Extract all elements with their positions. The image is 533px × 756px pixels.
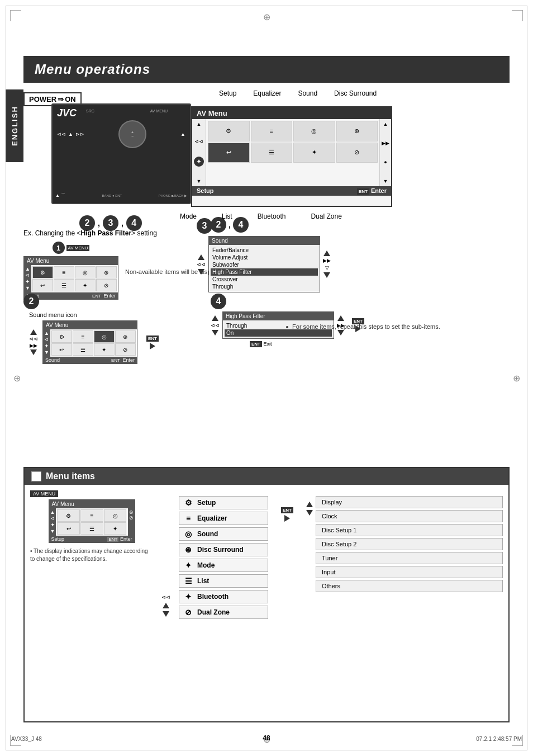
av-menu-screen-title: AV Menu <box>192 107 391 119</box>
step2-ent-arrow: ENT <box>146 336 159 349</box>
power-on-label: ON <box>65 95 76 103</box>
screen-bottom: Setup ENT Enter <box>192 186 391 196</box>
s3-nav-right: ▶▶ ▽ <box>323 251 331 278</box>
sub-others: Others <box>316 580 503 592</box>
jvc-logo: JVC <box>57 107 77 119</box>
s2-num: 2 <box>23 294 39 309</box>
av-menu-grid: ▲ ⊲⊲ ✦ ▼ ⚙ ≡ ◎ ⊛ ↩ ☰ ✦ ⊘ ▲ <box>192 119 391 186</box>
sound-panel: Sound Fader/Balance Volume Adjust Subwoo… <box>208 236 320 292</box>
av-menu-screen: AV Menu ▲ ⊲⊲ ✦ ▼ ⚙ ≡ ◎ ⊛ ↩ ☰ ✦ <box>191 106 392 207</box>
tab-setup: Setup <box>219 89 236 97</box>
step3-circle: 3 <box>103 215 118 231</box>
rotary-knob[interactable]: +− <box>118 120 146 148</box>
nav-left: ▲ ⊲⊲ ✦ ▼ <box>192 119 206 186</box>
sound-item-fader: Fader/Balance <box>211 247 318 254</box>
menu-items-section: Menu items AV MENU AV Menu ▲⊲✦▼ ⚙ ≡ <box>23 467 510 722</box>
menu-labels-row: Setup Equalizer Sound Disc Surround <box>219 89 510 97</box>
power-label: POWER <box>29 95 56 103</box>
repeat-note: For some items, repeat this steps to set… <box>286 323 440 330</box>
s4-nav-left: ⊲⊲ <box>211 315 220 336</box>
tab-sound: Sound <box>298 89 317 97</box>
english-tab: ENGLISH <box>6 89 23 162</box>
step2-screen: AV Menu ▲⊲✦▼ ⚙ ≡ ◎ ⊛ ↩ ☰ ✦ ⊘ <box>42 320 137 364</box>
sound-item-sub: Subwoofer <box>211 261 318 268</box>
sub-tuner: Tuner <box>316 552 503 564</box>
step3-block: 3 ⊲⊲ Sound Fader/Balance Volume Adju <box>197 218 331 292</box>
tab-equalizer: Equalizer <box>253 89 281 97</box>
steps-row: 1 AV MENU AV Menu ▲⊲✦▼ ⚙ ≡ ◎ ⊛ <box>23 242 266 300</box>
tab-disc-surround: Disc Surround <box>334 89 377 97</box>
sound-item-through: Through <box>211 283 318 290</box>
mi-av-screen: AV Menu ▲⊲✦▼ ⚙ ≡ ◎ ↩ ☰ ✦ ⊛⊘ <box>49 499 135 543</box>
av-menu-btn[interactable]: AV MENU <box>150 109 168 113</box>
screen-setup-label: Setup <box>197 187 214 195</box>
step2-display: ⊲⊲ ▶▶ AV Menu ▲⊲✦▼ ⚙ ≡ ◎ ⊛ ↩ <box>29 320 163 364</box>
sub-disc-setup1: Disc Setup 1 <box>316 524 503 536</box>
src-label: SRC <box>86 109 94 113</box>
s3-nav-left: ⊲⊲ <box>197 254 206 275</box>
page-title: Menu operations <box>35 62 150 77</box>
sound-panel-title: Sound <box>209 237 320 245</box>
ent-label: ENT <box>357 188 369 195</box>
mi-list: ☰ List <box>179 574 268 588</box>
mi-sound: ◎ Sound <box>179 527 268 541</box>
corner-mark-tl <box>10 10 21 21</box>
menu-items-header: Menu items <box>25 468 508 485</box>
mi-right-inner: Display Clock Disc Setup 1 Disc Setup 2 … <box>306 496 503 594</box>
nav-right: ▲ ▶▶ ● ▼ <box>379 119 391 186</box>
corner-mark-tr <box>512 10 523 21</box>
mi-nav-arrows: ⊲⊲ <box>161 502 170 709</box>
label-mode: Mode <box>180 212 197 220</box>
sub-input: Input <box>316 566 503 578</box>
sound-item-hpf: High Pass Filter <box>211 268 318 276</box>
power-arrow: ⇒ <box>58 95 64 103</box>
sound-menu-icon-label: Sound menu icon <box>29 311 163 318</box>
main-content: POWER ⇒ ON 1 Setup Equalizer Sound Disc … <box>23 87 510 722</box>
sub-items-list: Display Clock Disc Setup 1 Disc Setup 2 … <box>316 496 503 594</box>
example-section: Ex. Changing the <High Pass Filter> sett… <box>23 229 266 300</box>
reg-mark-top: ⊕ <box>261 11 272 22</box>
mi-right-nav <box>306 502 313 516</box>
step-nums-row: 2 , 3 , 4 <box>79 215 142 231</box>
ent-exit-label: ENT Exit <box>250 341 369 347</box>
sound-menu-items: Fader/Balance Volume Adjust Subwoofer Hi… <box>209 245 320 292</box>
page-number: 48 <box>263 734 270 742</box>
icon-grid: ⚙ ≡ ◎ ⊛ ↩ ☰ ✦ ⊘ <box>206 119 379 186</box>
jvc-unit: JVC SRC AV MENU ⊲⊲ ▲ ⊳⊳ +− ▲ ▲ ⌒ BAND ● … <box>51 103 191 204</box>
bottom-controls: ▲ ⌒ BAND ● ENT PHONE ■/BACK ▶ <box>55 192 187 199</box>
sub-clock: Clock <box>316 510 503 522</box>
controls-row: ⊲⊲ ▲ ⊳⊳ +− ▲ <box>57 120 185 148</box>
step1-block: 1 AV MENU AV Menu ▲⊲✦▼ ⚙ ≡ ◎ ⊛ <box>23 242 118 300</box>
sound-item-volume: Volume Adjust <box>211 254 318 261</box>
step2-circle: 2 <box>79 215 95 231</box>
mi-equalizer: ≡ Equalizer <box>179 512 268 525</box>
mi-center-col: ⚙ Setup ≡ Equalizer ◎ Sound ⊛ Disc Surro… <box>179 496 268 709</box>
hpf-on: On <box>225 329 332 337</box>
mi-left-col: AV MENU AV Menu ▲⊲✦▼ ⚙ ≡ ◎ ↩ ☰ <box>30 490 153 709</box>
mi-mode: ✦ Mode <box>179 559 268 572</box>
mi-dual-zone: ⊘ Dual Zone <box>179 606 268 619</box>
footer-right: 07.2.1 2:48:57 PM <box>476 736 522 742</box>
sub-disc-setup2: Disc Setup 2 <box>316 538 503 550</box>
s2-nav: ⊲⊲ ▶▶ <box>29 329 38 355</box>
reg-mark-left: ⊕ <box>11 372 22 384</box>
menu-items-title: Menu items <box>46 471 95 481</box>
sound-item-crossover: Crossover <box>211 276 318 283</box>
mi-ent-arrow: ENT <box>281 507 293 709</box>
mi-bluetooth: ✦ Bluetooth <box>179 590 268 603</box>
s1-num: 1 <box>53 242 65 254</box>
menu-items-body: AV MENU AV Menu ▲⊲✦▼ ⚙ ≡ ◎ ↩ ☰ <box>25 485 508 715</box>
av-menu-button[interactable]: AV MENU <box>30 490 58 497</box>
av-menu-btn-label: AV MENU <box>66 245 90 251</box>
title-banner: Menu operations <box>23 56 510 83</box>
mi-disc-surround: ⊛ Disc Surround <box>179 543 268 556</box>
mi-right-col: Display Clock Disc Setup 1 Disc Setup 2 … <box>306 496 503 709</box>
footer-left: AVX33_J 48 <box>11 736 42 742</box>
mi-setup: ⚙ Setup <box>179 496 268 509</box>
s3-num: 3 <box>197 218 212 234</box>
s4-num: 4 <box>211 294 226 309</box>
menu-items-icon <box>31 471 41 481</box>
step3-note: For some items, repeat this steps to set… <box>286 319 440 330</box>
screen-ent-enter: ENT Enter <box>357 187 387 195</box>
reg-mark-right: ⊕ <box>511 372 522 384</box>
